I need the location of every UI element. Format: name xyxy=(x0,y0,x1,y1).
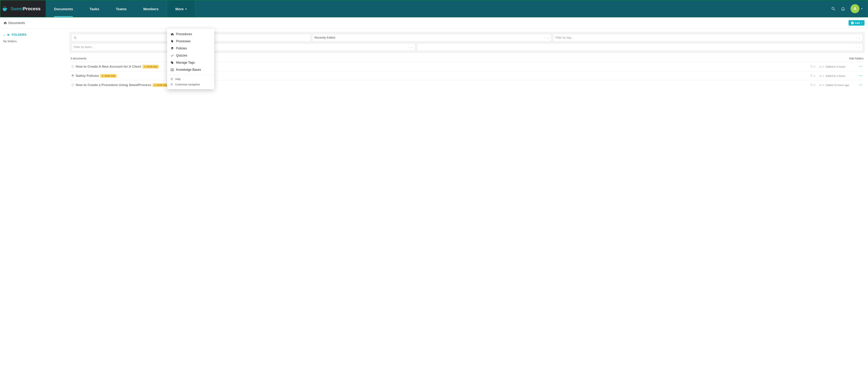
no-folders-text: No folders. xyxy=(3,40,65,43)
stack-icon xyxy=(170,40,174,43)
row-actions[interactable]: ⋮ xyxy=(859,83,863,87)
nav-teams[interactable]: Teams xyxy=(107,0,135,17)
sort-select[interactable]: Recently Edited ⌄ xyxy=(312,34,552,41)
compass-icon xyxy=(170,83,173,86)
document-title[interactable]: How to Create A New Account for A Client xyxy=(76,65,141,68)
people-icon xyxy=(819,65,822,68)
tag-filter-select[interactable]: Filter by tag... ⌄ xyxy=(553,34,863,41)
tag-icon xyxy=(810,75,813,77)
nav-more[interactable]: More▾ xyxy=(167,0,195,17)
umbrella-icon xyxy=(170,47,174,50)
document-title[interactable]: How to Create a Procedure Using SweetPro… xyxy=(76,83,151,87)
chevron-down-icon: ⌄ xyxy=(545,36,549,39)
people-count: 0 xyxy=(819,84,824,87)
team-filter-select[interactable]: Filter by team... ⌄ xyxy=(71,43,415,51)
avatar[interactable]: A xyxy=(850,4,860,13)
warn-icon xyxy=(102,75,104,77)
top-nav: SweetProcess Documents Tasks Teams Membe… xyxy=(0,0,868,18)
nav-tasks[interactable]: Tasks xyxy=(81,0,107,17)
document-count: 3 documents xyxy=(70,57,87,60)
avatar-chevron-icon[interactable]: ▾ xyxy=(861,7,863,10)
breadcrumb-title: Documents xyxy=(8,21,25,25)
people-count: 0 xyxy=(819,65,824,68)
search-icon xyxy=(73,36,77,39)
edited-time: Edited in 3 hours xyxy=(826,65,857,68)
draft-badge: Draft only xyxy=(153,83,169,87)
folders-toggle[interactable]: ⌄ FOLDERS xyxy=(3,33,65,36)
add-button[interactable]: + Add ▾ xyxy=(848,20,865,26)
people-icon xyxy=(819,75,822,77)
people-icon xyxy=(819,84,822,86)
menu-policies[interactable]: Policies xyxy=(167,45,214,52)
hide-folders-link[interactable]: hide folders xyxy=(849,57,864,60)
menu-processes[interactable]: Processes xyxy=(167,38,214,45)
logo-icon xyxy=(2,6,9,11)
menu-quizzes[interactable]: Quizzes xyxy=(167,52,214,59)
chevron-down-icon: ⌄ xyxy=(856,36,860,39)
document-icon xyxy=(71,65,74,68)
main-content: Recently Edited ⌄ Filter by tag... ⌄ Fil… xyxy=(68,29,868,96)
bell-icon[interactable] xyxy=(841,6,845,11)
home-icon xyxy=(170,32,174,36)
logo[interactable]: SweetProcess xyxy=(0,0,45,17)
help-icon xyxy=(170,78,173,80)
policy-icon xyxy=(71,74,74,78)
tag-icon xyxy=(810,65,813,68)
chevron-down-icon: ⌄ xyxy=(409,46,413,48)
menu-customize-navigation[interactable]: Customize navigation xyxy=(167,82,214,87)
people-count: 0 xyxy=(819,75,824,77)
search-icon[interactable] xyxy=(831,6,836,11)
nav-members[interactable]: Members xyxy=(135,0,167,17)
plus-icon: + xyxy=(851,22,854,24)
draft-badge: Draft only xyxy=(143,65,159,68)
folder-icon xyxy=(7,33,10,36)
warn-icon xyxy=(154,84,156,86)
chevron-down-icon: ⌄ xyxy=(856,46,860,48)
menu-knowledge-bases[interactable]: Knowledge Bases xyxy=(167,66,214,73)
tag-icon xyxy=(810,84,813,86)
tag-count: 0 xyxy=(810,65,815,68)
check-icon xyxy=(170,54,174,57)
book-icon xyxy=(170,68,174,71)
row-actions[interactable]: ⋮ xyxy=(859,74,863,78)
document-icon xyxy=(71,83,74,87)
menu-procedures[interactable]: Procedures xyxy=(167,31,214,38)
menu-manage-tags[interactable]: Manage Tags xyxy=(167,59,214,66)
tag-icon xyxy=(170,61,174,64)
home-icon xyxy=(3,21,7,25)
breadcrumb-bar: Documents + Add ▾ xyxy=(0,18,868,29)
chevron-down-icon: ⌄ xyxy=(3,33,5,36)
menu-help[interactable]: Help xyxy=(167,76,214,82)
document-title[interactable]: Safety Policies xyxy=(76,74,99,78)
edited-time: Edited 15 hours ago xyxy=(826,84,857,87)
sidebar: ⌄ FOLDERS No folders. xyxy=(0,29,68,96)
tag-count: 0 xyxy=(810,75,815,77)
tag-count: 0 xyxy=(810,84,815,87)
logo-text: SweetProcess xyxy=(10,6,40,11)
nav-documents[interactable]: Documents xyxy=(45,0,81,17)
nav-icons: A ▾ xyxy=(831,4,868,13)
nav-links: Documents Tasks Teams Members More▾ xyxy=(45,0,195,17)
row-actions[interactable]: ⋮ xyxy=(859,64,863,69)
caret-down-icon: ▾ xyxy=(861,22,862,24)
draft-badge: Draft only xyxy=(100,74,117,78)
extra-filter-select[interactable]: ⌄ xyxy=(417,43,863,51)
warn-icon xyxy=(144,65,146,67)
edited-time: Edited in 2 hours xyxy=(826,75,857,77)
chevron-down-icon: ▾ xyxy=(185,8,187,17)
more-dropdown: Procedures Processes Policies Quizzes Ma… xyxy=(167,29,214,89)
